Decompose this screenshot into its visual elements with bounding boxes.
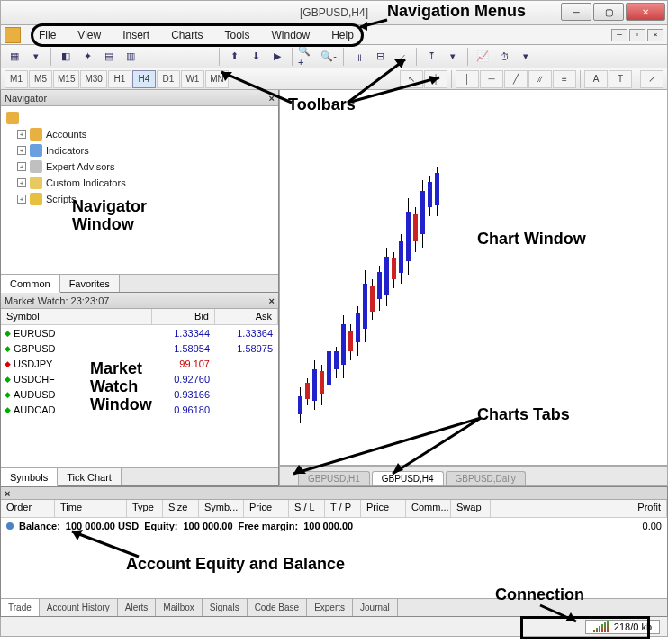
terminal-toggle[interactable]: ▤	[99, 47, 119, 67]
terminal-close-icon[interactable]: ×	[5, 488, 10, 499]
expand-icon[interactable]: +	[17, 146, 26, 155]
menu-insert[interactable]: Insert	[112, 27, 160, 43]
term-tab-experts[interactable]: Experts	[307, 599, 353, 616]
nav-item-scripts[interactable]: +Scripts	[17, 191, 273, 207]
chart-type-line[interactable]: ⟋	[392, 47, 411, 67]
timeframe-w1[interactable]: W1	[181, 70, 204, 88]
term-col-order[interactable]: Order	[1, 500, 55, 517]
crosshair-tool[interactable]: ┼	[424, 70, 447, 88]
term-col-profit[interactable]: Profit	[491, 500, 667, 517]
metaeditor-button[interactable]: ⬇	[246, 47, 266, 67]
timeframe-m30[interactable]: M30	[80, 70, 106, 88]
menu-help[interactable]: Help	[320, 27, 365, 43]
market-watch-toggle[interactable]: ◧	[56, 47, 76, 67]
close-button[interactable]: ✕	[626, 3, 665, 21]
term-col-size[interactable]: Size	[163, 500, 199, 517]
templates-button[interactable]: ▾	[516, 47, 536, 67]
chart-area[interactable]	[280, 90, 667, 466]
menu-charts[interactable]: Charts	[160, 27, 213, 43]
col-bid[interactable]: Bid	[152, 309, 215, 324]
tester-toggle[interactable]: ▥	[121, 47, 140, 67]
symbol-row-audusd[interactable]: ◆AUDUSD0.93166	[1, 386, 278, 402]
term-col-symb[interactable]: Symb...	[199, 500, 244, 517]
nav-tab-common[interactable]: Common	[1, 275, 60, 293]
term-tab-alerts[interactable]: Alerts	[118, 599, 157, 616]
cursor-tool[interactable]: ↖	[400, 70, 423, 88]
new-order-button[interactable]: ⬆	[224, 47, 244, 67]
term-col-price[interactable]: Price	[244, 500, 289, 517]
symbol-row-usdchf[interactable]: ◆USDCHF0.92760	[1, 371, 278, 386]
term-tab-account-history[interactable]: Account History	[40, 599, 118, 616]
menu-file[interactable]: File	[28, 27, 67, 43]
trendline-tool[interactable]: ╱	[504, 70, 528, 88]
term-col-time[interactable]: Time	[55, 500, 127, 517]
vline-tool[interactable]: │	[456, 70, 479, 88]
expand-icon[interactable]: +	[17, 162, 26, 171]
nav-item-accounts[interactable]: +Accounts	[17, 126, 273, 142]
chart-tab-gbpusd-daily[interactable]: GBPUSD,Daily	[446, 471, 526, 485]
minimize-button[interactable]: ─	[561, 3, 591, 21]
timeframe-d1[interactable]: D1	[157, 70, 180, 88]
col-symbol[interactable]: Symbol	[1, 309, 152, 324]
market-watch-close-icon[interactable]: ×	[269, 295, 275, 306]
symbol-row-gbpusd[interactable]: ◆GBPUSD1.589541.58975	[1, 340, 278, 356]
zoom-in-button[interactable]: 🔍+	[297, 47, 317, 67]
term-tab-journal[interactable]: Journal	[353, 599, 398, 616]
timeframe-h1[interactable]: H1	[108, 70, 131, 88]
nav-tab-favorites[interactable]: Favorites	[60, 275, 120, 292]
hline-tool[interactable]: ─	[480, 70, 503, 88]
timeframe-h4[interactable]: H4	[132, 70, 156, 88]
zoom-out-button[interactable]: 🔍-	[319, 47, 339, 67]
timeframe-mn[interactable]: MN	[205, 70, 229, 88]
channel-tool[interactable]: ⫽	[528, 70, 552, 88]
mw-tab-tick-chart[interactable]: Tick Chart	[58, 468, 122, 485]
navigator-close-icon[interactable]: ×	[269, 93, 275, 104]
menu-tools[interactable]: Tools	[214, 27, 261, 43]
shift-button[interactable]: ⤒	[421, 47, 441, 67]
symbol-row-audcad[interactable]: ◆AUDCAD0.96180	[1, 402, 278, 417]
term-tab-signals[interactable]: Signals	[203, 599, 248, 616]
timeframe-m15[interactable]: M15	[53, 70, 79, 88]
child-restore-button[interactable]: ▫	[629, 29, 645, 41]
mw-tab-symbols[interactable]: Symbols	[1, 468, 58, 486]
new-chart-button[interactable]: ▦	[5, 47, 24, 67]
term-col-sl[interactable]: S / L	[289, 500, 325, 517]
expand-icon[interactable]: +	[17, 195, 26, 204]
nav-item-expert-advisors[interactable]: +Expert Advisors	[17, 159, 273, 175]
timeframe-m1[interactable]: M1	[5, 70, 28, 88]
chart-tab-gbpusd-h1[interactable]: GBPUSD,H1	[298, 471, 370, 485]
fibo-tool[interactable]: ≡	[553, 70, 576, 88]
indicators-button[interactable]: 📈	[473, 47, 492, 67]
expand-icon[interactable]: +	[17, 178, 26, 187]
periodicity-button[interactable]: ⏱	[494, 47, 514, 67]
term-col-type[interactable]: Type	[127, 500, 163, 517]
timeframe-m5[interactable]: M5	[29, 70, 52, 88]
maximize-button[interactable]: ▢	[593, 3, 624, 21]
col-ask[interactable]: Ask	[215, 309, 278, 324]
text-tool[interactable]: A	[584, 70, 608, 88]
chart-type-candle[interactable]: ⊟	[370, 47, 390, 67]
menu-window[interactable]: Window	[261, 27, 321, 43]
arrows-tool[interactable]: ↗	[640, 70, 663, 88]
navigator-toggle[interactable]: ✦	[77, 47, 97, 67]
label-tool[interactable]: T	[609, 70, 632, 88]
menu-view[interactable]: View	[67, 27, 112, 43]
term-tab-trade[interactable]: Trade	[1, 599, 40, 616]
term-tab-mailbox[interactable]: Mailbox	[156, 599, 202, 616]
term-tab-code-base[interactable]: Code Base	[248, 599, 307, 616]
term-col-tp[interactable]: T / P	[325, 500, 361, 517]
autoscroll-button[interactable]: ▾	[443, 47, 463, 67]
child-close-button[interactable]: ×	[647, 29, 663, 41]
term-col-comm[interactable]: Comm...	[406, 500, 451, 517]
term-col-swap[interactable]: Swap	[451, 500, 491, 517]
chart-tab-gbpusd-h4[interactable]: GBPUSD,H4	[372, 471, 444, 485]
term-col-price[interactable]: Price	[361, 500, 406, 517]
symbol-row-eurusd[interactable]: ◆EURUSD1.333441.33364	[1, 325, 278, 340]
child-minimize-button[interactable]: ─	[611, 29, 627, 41]
navigator-tree[interactable]: +Accounts+Indicators+Expert Advisors+Cus…	[1, 106, 278, 274]
nav-item-indicators[interactable]: +Indicators	[17, 142, 273, 159]
nav-item-custom-indicators[interactable]: +Custom Indicators	[17, 175, 273, 191]
autotrade-button[interactable]: ▶	[267, 47, 287, 67]
symbol-row-usdjpy[interactable]: ◆USDJPY99.107	[1, 356, 278, 371]
expand-icon[interactable]: +	[17, 130, 26, 139]
